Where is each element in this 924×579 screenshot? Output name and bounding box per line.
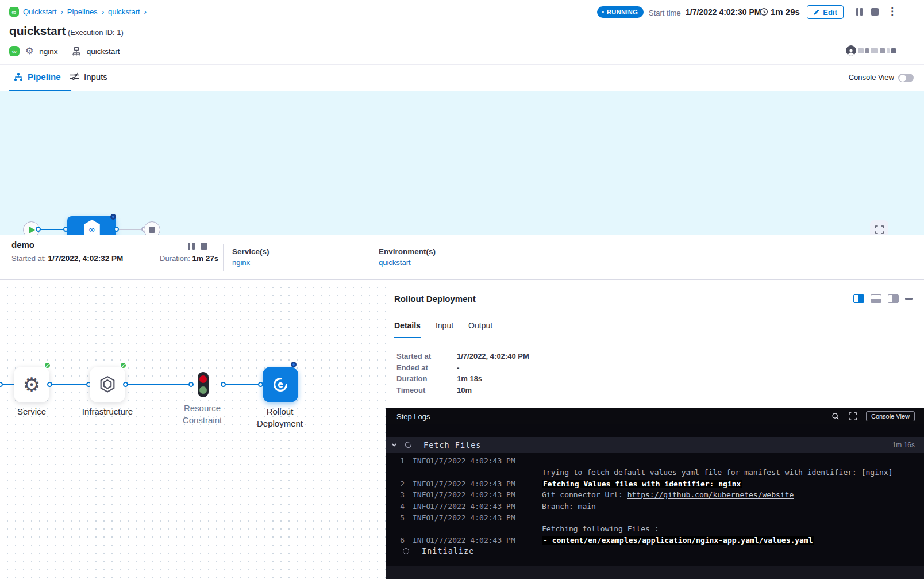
breadcrumb-link-pipelines[interactable]: Pipelines [67,7,98,16]
detail-value: 1/7/2022, 4:02:40 PM [457,352,529,361]
edit-button-label: Edit [823,8,837,17]
step-label-resource-constraint: Resource Constraint [168,402,236,426]
breadcrumb: ∞ Quickstart › Pipelines › quickstart › [9,7,147,17]
step-details-panel: Rollout Deployment Details Input Output … [386,280,924,579]
traffic-light-green-icon [199,386,207,394]
step-node-rollout-deployment[interactable]: e [263,367,298,402]
redacted-text-block [865,48,869,53]
log-section-fetch-files[interactable]: Fetch Files 1m 16s [386,437,924,453]
step-node-resource-constraint[interactable] [198,372,209,397]
detail-label: Ended at [396,363,457,372]
pencil-icon [813,9,820,16]
log-footer-strip [386,566,924,579]
log-level: INFO [405,457,430,465]
log-message: Git connector Url: https://github.com/ku… [542,490,924,499]
traffic-light-red-icon [199,375,207,383]
started-at-value: 1/7/2022, 4:02:32 PM [48,254,124,263]
page-title: quickstart [9,24,66,38]
svg-text:e: e [278,379,283,390]
detail-row-ended-at: Ended at - [396,363,459,372]
running-spinner-badge [291,362,297,367]
console-view-label: Console View [849,73,894,82]
stage-started-at: Started at: 1/7/2022, 4:02:32 PM [11,254,123,263]
step-node-infrastructure[interactable] [90,367,125,402]
detail-value: 10m [457,386,472,394]
edit-button[interactable]: Edit [807,5,844,19]
log-timestamp: 1/7/2022 4:02:43 PM [430,490,542,499]
breadcrumb-link-quickstart[interactable]: Quickstart [23,7,57,16]
log-line: 1 INFO 1/7/2022 4:02:43 PM [386,455,924,467]
step-label-rollout-deployment: Rollout Deployment [246,405,314,430]
logs-console-view-button[interactable]: Console View [866,411,915,421]
log-line: Fetching following Files : [386,523,924,535]
log-level: INFO [405,502,430,511]
started-at-label: Started at: [11,254,46,263]
stage-duration: Duration: 1m 27s [160,254,218,263]
elapsed-time-value: 1m 29s [771,7,800,17]
log-section-initialize[interactable]: Initialize [386,542,924,559]
detail-value: - [457,363,459,372]
toggle-knob [899,75,906,82]
stage-pause-button[interactable] [188,243,195,250]
pause-execution-button[interactable] [856,8,863,16]
rollout-deployment-icon: e [272,376,289,393]
stage-stop-button[interactable] [201,243,207,250]
svg-text:∞: ∞ [88,225,95,234]
cd-module-icon: ∞ [9,7,19,17]
layout-vertical-split-icon[interactable] [853,294,864,303]
detail-row-started-at: Started at 1/7/2022, 4:02:40 PM [396,352,529,361]
log-line-number: 3 [391,490,405,499]
breadcrumb-link-pipeline-name[interactable]: quickstart [108,7,140,16]
log-line: Trying to fetch default values yaml file… [386,467,924,478]
environment-link[interactable]: quickstart [379,258,411,267]
connector-point [188,382,194,387]
tab-pipeline[interactable]: Pipeline [14,72,61,82]
running-spinner-badge [110,214,116,220]
execution-graph-canvas[interactable]: ⚙ ✓ ✓ e Service Infrastructure Resou [0,280,386,579]
panel-layout-switcher [853,294,913,303]
breadcrumb-separator: › [61,7,63,16]
layout-right-panel-icon[interactable] [888,294,899,303]
detail-row-timeout: Timeout 10m [396,386,472,394]
success-check-icon: ✓ [120,362,127,369]
more-options-button[interactable]: ⋮ [887,5,897,18]
success-check-icon: ✓ [44,362,51,369]
stage-name: demo [11,240,34,250]
user-attribution [846,45,896,56]
stage-details-bar: demo Started at: 1/7/2022, 4:02:32 PM Du… [0,235,924,280]
log-link[interactable]: https://github.com/kubernetes/website [627,490,794,499]
panel-minimize-button[interactable] [905,298,913,300]
chevron-down-icon [391,442,398,448]
redacted-text-block [858,48,864,53]
step-node-service[interactable]: ⚙ [14,367,49,402]
log-lines: 1 INFO 1/7/2022 4:02:43 PM Trying to fet… [386,455,924,546]
start-time-label: Start time [649,9,681,17]
service-link[interactable]: nginx [232,258,250,267]
console-view-toggle[interactable] [898,74,914,82]
log-line: 4 INFO 1/7/2022 4:02:43 PM Branch: main [386,501,924,512]
step-panel-title: Rollout Deployment [394,294,476,304]
breadcrumb-separator: › [102,7,104,16]
expand-logs-icon[interactable] [849,412,857,420]
search-icon[interactable] [831,412,840,420]
layout-horizontal-split-icon[interactable] [871,294,881,303]
divider [223,244,224,271]
log-line-number: 2 [391,480,405,488]
detail-label: Timeout [396,386,457,394]
pipeline-graph-canvas[interactable]: ∞ demo + − [0,91,924,235]
log-timestamp: 1/7/2022 4:02:43 PM [430,513,542,522]
gear-icon: ⚙ [23,375,40,394]
service-gear-icon: ⚙ [25,47,33,56]
stop-execution-button[interactable] [871,8,879,16]
log-section-name: Initialize [422,546,474,555]
log-message: Trying to fetch default values yaml file… [542,468,924,477]
log-line-number: 5 [391,513,405,522]
running-dot-icon [602,11,604,13]
environment-chip-label[interactable]: quickstart [87,47,120,56]
step-label-service: Service [0,405,66,417]
service-chip-label[interactable]: nginx [39,47,57,56]
log-timestamp: 1/7/2022 4:02:43 PM [430,457,542,465]
elapsed-time: 1m 29s [760,7,800,17]
log-message: Fetching following Files : [542,524,924,533]
tab-inputs[interactable]: Inputs [69,72,107,82]
